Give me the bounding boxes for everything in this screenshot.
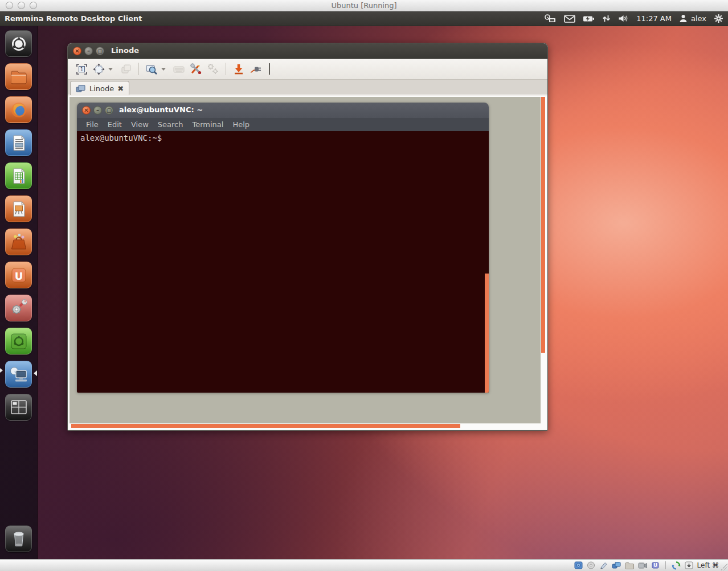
terminal-output[interactable]: alex@ubuntuVNC:~$ bbox=[77, 131, 489, 393]
launcher-item-ubuntu-one[interactable]: U bbox=[5, 262, 32, 288]
menu-view[interactable]: View bbox=[126, 120, 153, 129]
svg-text:U: U bbox=[653, 563, 657, 568]
remote-desktop-viewport[interactable]: ✕ – ▢ alex@ubuntuVNC: ~ File Edit View S… bbox=[68, 96, 547, 430]
remmina-focused-indicator bbox=[34, 370, 37, 376]
svg-text:U: U bbox=[15, 270, 23, 282]
keyboard-capture-icon[interactable] bbox=[685, 561, 693, 569]
window-close-button[interactable]: ✕ bbox=[73, 47, 81, 55]
resize-mode-dropdown[interactable] bbox=[108, 68, 113, 71]
display-icon[interactable] bbox=[638, 562, 647, 569]
network-adapters-icon[interactable] bbox=[612, 561, 621, 569]
terminal-titlebar[interactable]: ✕ – ▢ alex@ubuntuVNC: ~ bbox=[77, 103, 489, 118]
grab-keyboard-icon[interactable] bbox=[170, 61, 187, 77]
launcher-item-remmina[interactable] bbox=[5, 361, 32, 388]
cd-icon[interactable] bbox=[587, 561, 595, 569]
viewport-vertical-scrollbar[interactable] bbox=[541, 97, 546, 429]
menu-file[interactable]: File bbox=[81, 120, 103, 129]
toolbar-pin-handle[interactable] bbox=[269, 63, 270, 75]
launcher-item-libreoffice-writer[interactable] bbox=[5, 129, 32, 156]
menu-edit[interactable]: Edit bbox=[103, 120, 126, 129]
tab-close-icon[interactable]: ✖ bbox=[117, 85, 124, 92]
menu-help[interactable]: Help bbox=[228, 120, 254, 129]
toggle-fullscreen-icon[interactable]: 1 bbox=[73, 61, 90, 77]
launcher-item-software-updater[interactable] bbox=[5, 328, 32, 354]
remmina-toolbar: 1 bbox=[68, 59, 547, 80]
pen-icon[interactable] bbox=[599, 561, 608, 569]
duplicate-connection-icon[interactable] bbox=[117, 61, 134, 77]
tab-label: Linode bbox=[89, 84, 114, 93]
virtualbox-statusbar: U Left ⌘ bbox=[0, 559, 728, 571]
indicator-tray: 11:27 AM alex bbox=[544, 14, 728, 23]
remmina-window: ✕ – ▢ Linode 1 bbox=[67, 43, 548, 431]
shell-prompt: alex@ubuntuVNC:~$ bbox=[80, 133, 162, 142]
terminal-title: alex@ubuntuVNC: ~ bbox=[77, 103, 489, 117]
remmina-titlebar[interactable]: ✕ – ▢ Linode bbox=[68, 43, 547, 59]
scaled-view-icon[interactable] bbox=[143, 61, 160, 77]
disconnect-plug-icon[interactable] bbox=[247, 61, 264, 77]
launcher-item-dash-home[interactable] bbox=[5, 30, 32, 57]
launcher-item-libreoffice-impress[interactable] bbox=[5, 195, 32, 222]
terminal-menubar: File Edit View Search Terminal Help bbox=[77, 118, 489, 131]
session-username[interactable]: alex bbox=[691, 14, 706, 23]
user-icon[interactable] bbox=[679, 14, 688, 23]
terminal-overlay-scrollbar[interactable] bbox=[485, 274, 489, 393]
mail-icon[interactable] bbox=[564, 15, 575, 23]
launcher-item-system-settings[interactable] bbox=[5, 295, 32, 321]
tools-icon[interactable] bbox=[187, 61, 205, 77]
menu-search[interactable]: Search bbox=[153, 120, 188, 129]
volume-icon[interactable] bbox=[618, 14, 629, 23]
launcher-item-firefox[interactable] bbox=[5, 96, 32, 123]
preferences-gears-icon[interactable] bbox=[205, 61, 222, 77]
remmina-window-title: Linode bbox=[68, 43, 547, 58]
remote-terminal-window[interactable]: ✕ – ▢ alex@ubuntuVNC: ~ File Edit View S… bbox=[77, 103, 489, 393]
screenshot-download-icon[interactable] bbox=[230, 61, 247, 77]
terminal-close-button[interactable]: ✕ bbox=[82, 106, 91, 115]
host-zoom-button[interactable] bbox=[30, 2, 37, 9]
unity-launcher: U bbox=[0, 26, 38, 559]
vertical-scroll-thumb[interactable] bbox=[541, 97, 545, 353]
svg-text:1: 1 bbox=[80, 67, 83, 72]
terminal-minimize-button[interactable]: – bbox=[93, 106, 102, 115]
scaled-view-dropdown[interactable] bbox=[161, 68, 166, 71]
host-key-label: Left ⌘ bbox=[697, 561, 719, 569]
connection-tab-linode[interactable]: Linode ✖ bbox=[70, 81, 129, 95]
battery-icon[interactable] bbox=[583, 15, 595, 22]
host-window-title: Ubuntu [Running] bbox=[0, 0, 728, 11]
launcher-item-software-center[interactable] bbox=[5, 229, 32, 255]
clock[interactable]: 11:27 AM bbox=[636, 14, 672, 23]
usb-icon[interactable]: U bbox=[651, 561, 660, 569]
shared-folder-icon[interactable] bbox=[625, 562, 634, 569]
focused-app-title[interactable]: Remmina Remote Desktop Client bbox=[0, 14, 142, 23]
host-minimize-button[interactable] bbox=[18, 2, 25, 9]
ubuntu-top-panel: Remmina Remote Desktop Client 11:27 AM a… bbox=[0, 11, 728, 26]
window-minimize-button[interactable]: – bbox=[84, 47, 93, 55]
launcher-item-workspace-switcher[interactable] bbox=[5, 394, 32, 421]
resize-mode-icon[interactable] bbox=[90, 61, 107, 77]
window-maximize-button[interactable]: ▢ bbox=[96, 47, 104, 55]
mouse-integration-icon[interactable] bbox=[672, 561, 681, 570]
remmina-indicator-icon[interactable] bbox=[544, 14, 557, 23]
launcher-item-home-folder[interactable] bbox=[5, 63, 32, 90]
hdd-icon[interactable] bbox=[574, 561, 583, 569]
desktop: U ✕ – bbox=[0, 26, 728, 559]
menu-terminal[interactable]: Terminal bbox=[187, 120, 228, 129]
viewport-horizontal-scrollbar[interactable] bbox=[69, 423, 541, 429]
resize-grip[interactable] bbox=[721, 564, 727, 570]
terminal-maximize-button[interactable]: ▢ bbox=[105, 106, 113, 115]
tab-connection-icon bbox=[76, 84, 86, 93]
host-window-controls bbox=[6, 2, 37, 9]
host-titlebar: Ubuntu [Running] bbox=[0, 0, 728, 11]
host-close-button[interactable] bbox=[6, 2, 13, 9]
remmina-running-indicator bbox=[0, 368, 3, 373]
launcher-item-trash[interactable] bbox=[5, 525, 32, 552]
session-gear-icon[interactable] bbox=[714, 14, 723, 23]
launcher-item-libreoffice-calc[interactable] bbox=[5, 162, 32, 189]
horizontal-scroll-thumb[interactable] bbox=[71, 424, 460, 428]
remmina-tabstrip: Linode ✖ bbox=[68, 80, 547, 95]
network-arrows-icon[interactable] bbox=[602, 14, 611, 23]
virtualbox-guest-screen: Ubuntu [Running] Remmina Remote Desktop … bbox=[0, 0, 728, 571]
